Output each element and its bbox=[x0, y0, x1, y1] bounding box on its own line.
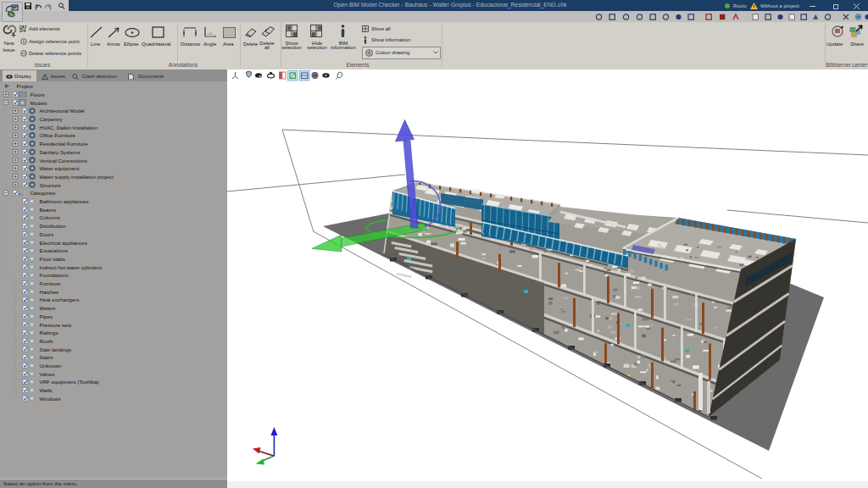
svg-text:Railings: Railings bbox=[40, 330, 58, 336]
svg-text:Heat exchangers: Heat exchangers bbox=[40, 297, 80, 302]
svg-text:Doors: Doors bbox=[40, 231, 54, 237]
svg-text:Architectural Model: Architectural Model bbox=[40, 108, 85, 114]
svg-text:HVAC, Daikin Installation: HVAC, Daikin Installation bbox=[40, 125, 98, 130]
svg-text:Floor slabs: Floor slabs bbox=[40, 256, 65, 262]
svg-text:Roofs: Roofs bbox=[40, 338, 53, 344]
svg-text:Valves: Valves bbox=[40, 371, 55, 377]
svg-text:Carpentry: Carpentry bbox=[40, 116, 64, 122]
svg-text:Pipes: Pipes bbox=[40, 313, 53, 319]
svg-text:VRF equipment (Toshiba): VRF equipment (Toshiba) bbox=[40, 379, 99, 385]
svg-text:Hatches: Hatches bbox=[40, 289, 59, 295]
svg-text:Indirect hot water cylinders: Indirect hot water cylinders bbox=[40, 264, 103, 270]
svg-text:Residential Furniture: Residential Furniture bbox=[40, 141, 89, 147]
svg-text:Walls: Walls bbox=[40, 387, 53, 393]
svg-text:Stair landings: Stair landings bbox=[40, 347, 72, 352]
svg-text:Columns: Columns bbox=[40, 214, 60, 220]
svg-text:Water equipment: Water equipment bbox=[40, 165, 80, 171]
svg-text:Foundations: Foundations bbox=[40, 272, 69, 278]
svg-text:Meters: Meters bbox=[40, 305, 56, 311]
svg-text:Excavations: Excavations bbox=[40, 247, 68, 253]
svg-text:Floors: Floors bbox=[30, 92, 44, 97]
svg-text:Electrical appliances: Electrical appliances bbox=[40, 240, 87, 246]
svg-text:Project: Project bbox=[17, 83, 34, 89]
svg-text:Office Furniture: Office Furniture bbox=[40, 132, 76, 138]
svg-text:Water supply installation proj: Water supply installation project bbox=[40, 174, 114, 180]
svg-text:Stairs: Stairs bbox=[40, 354, 53, 360]
svg-text:Structure: Structure bbox=[40, 182, 62, 188]
svg-text:Pressure sets: Pressure sets bbox=[40, 322, 72, 328]
svg-text:Furniture: Furniture bbox=[40, 280, 61, 286]
svg-text:Distribution: Distribution bbox=[40, 223, 67, 229]
svg-text:Unknown: Unknown bbox=[40, 363, 62, 369]
svg-text:Sanitary Systems: Sanitary Systems bbox=[40, 149, 81, 155]
svg-text:Bathroom appliances: Bathroom appliances bbox=[40, 198, 89, 204]
svg-text:Vertical Connections: Vertical Connections bbox=[40, 158, 87, 164]
svg-text:Categories: Categories bbox=[30, 190, 55, 196]
svg-text:Windows: Windows bbox=[40, 396, 61, 402]
svg-text:Models: Models bbox=[30, 100, 47, 106]
svg-text:Beams: Beams bbox=[40, 207, 56, 213]
